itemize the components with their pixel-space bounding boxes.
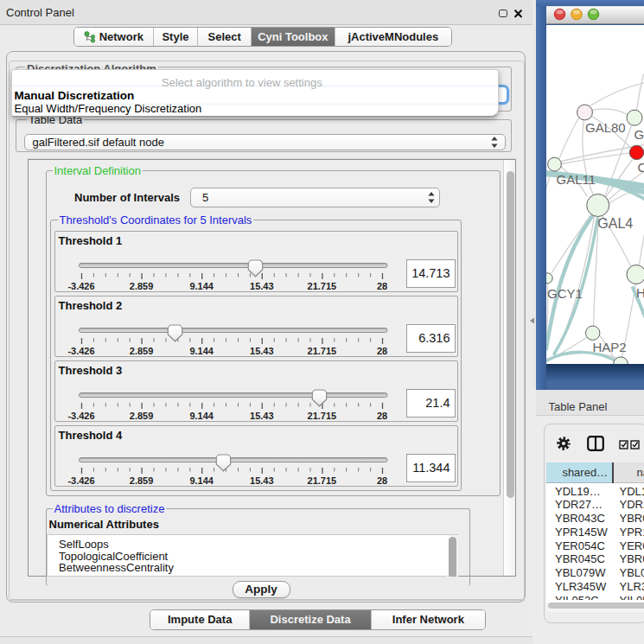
svg-text:HAP2: HAP2 <box>592 340 626 354</box>
svg-text:GAL11: GAL11 <box>556 171 596 186</box>
svg-text:GCY1: GCY1 <box>547 285 583 300</box>
svg-text:C: C <box>637 160 644 175</box>
svg-text:GA: GA <box>634 126 644 141</box>
svg-text:GAL4: GAL4 <box>597 216 633 231</box>
svg-text:H: H <box>636 284 644 299</box>
svg-text:GAL80: GAL80 <box>585 119 626 134</box>
